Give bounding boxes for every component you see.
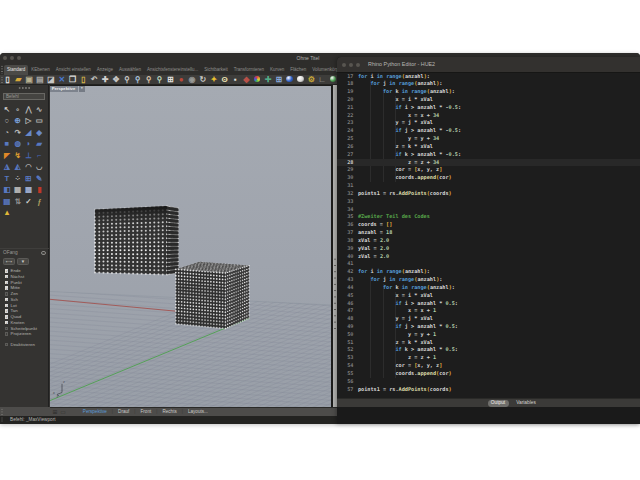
paste-icon[interactable]: ▯: [78, 75, 88, 85]
settings-gear-icon[interactable]: ⚙: [306, 75, 316, 85]
tool-arc-icon[interactable]: ▷: [23, 115, 34, 127]
tool-points-icon[interactable]: ⁘: [12, 173, 23, 185]
tool-point-icon[interactable]: ∘: [12, 104, 23, 116]
point-cube-2-left-face[interactable]: [175, 269, 225, 328]
tool-blend-icon[interactable]: ◠: [23, 161, 34, 173]
toolbar-tab[interactable]: Flächen: [287, 65, 309, 75]
new-document-icon[interactable]: ▯: [3, 75, 13, 85]
checkbox[interactable]: ✓: [5, 298, 9, 302]
code-line[interactable]: 36coords = []: [337, 221, 640, 229]
code-line[interactable]: 17for i in range(anzahl):: [337, 73, 640, 81]
code-line[interactable]: 39yVal = 2.0: [337, 245, 640, 253]
tool-patch-icon[interactable]: ▰: [34, 138, 45, 150]
toolbar-tab[interactable]: Ansicht einstellen: [53, 65, 94, 75]
variables-tab-button[interactable]: Variables: [513, 400, 539, 407]
lights-icon[interactable]: ✦: [209, 75, 219, 85]
tool-text-icon[interactable]: T: [2, 173, 13, 185]
tool-match-icon[interactable]: ◡: [34, 161, 45, 173]
checkbox[interactable]: ✓: [5, 281, 9, 285]
tool-box-icon[interactable]: ■: [2, 138, 13, 150]
layer-flag-icon[interactable]: ◆: [241, 75, 251, 85]
drag-icon[interactable]: ✥: [111, 75, 121, 85]
tool-circle-icon[interactable]: ○: [2, 115, 13, 127]
toolbar-drag-handle[interactable]: [1, 76, 3, 84]
code-line[interactable]: 45 x = i * xVal: [337, 292, 640, 300]
checkbox[interactable]: ✓: [5, 332, 9, 336]
code-line[interactable]: 34: [337, 206, 640, 214]
code-line[interactable]: 55 coords.append(cor): [337, 370, 640, 378]
tool-trim-icon[interactable]: ↯: [12, 150, 23, 162]
tool-polyline-icon[interactable]: ⋀: [23, 104, 34, 116]
code-line[interactable]: 24 if j > anzahl * -0.5:: [337, 127, 640, 135]
tool-offset-icon[interactable]: ⌐: [34, 150, 45, 162]
code-line[interactable]: 54 cor = [x, y, z]: [337, 362, 640, 370]
viewport-menu-dropdown[interactable]: ▼: [79, 86, 86, 92]
osnap-filter-button[interactable]: ⟷: [3, 258, 15, 265]
tool-split-icon[interactable]: ◭: [12, 161, 23, 173]
save-icon[interactable]: ▣: [24, 75, 34, 85]
checkbox[interactable]: ✓: [5, 292, 9, 296]
zoom-window-icon[interactable]: ⚲: [133, 75, 143, 85]
code-line[interactable]: 38xVal = 2.0: [337, 237, 640, 245]
export-icon[interactable]: ◪: [46, 75, 56, 85]
code-line[interactable]: 40zVal = 2.0: [337, 253, 640, 261]
toolbar-tab[interactable]: Kurven: [267, 65, 287, 75]
editor-zoom-button[interactable]: [356, 63, 360, 67]
code-line[interactable]: 53 z = z + 1: [337, 354, 640, 362]
checkbox[interactable]: ✓: [5, 304, 9, 308]
checkbox[interactable]: ✓: [5, 309, 9, 313]
code-line[interactable]: 56: [337, 378, 640, 386]
tool-extend-icon[interactable]: ⊥: [23, 150, 34, 162]
code-line[interactable]: 27 if k > anzahl * -0.5:: [337, 151, 640, 159]
tool-sphere-icon[interactable]: ◍: [12, 138, 23, 150]
code-line[interactable]: 18 for j in range(anzahl):: [337, 80, 640, 88]
viewport-tab-layouts[interactable]: Layouts...: [183, 409, 213, 414]
perspective-viewport[interactable]: zxy Perspektive ▼: [50, 85, 331, 408]
tool-cone-icon[interactable]: ▲: [2, 207, 13, 219]
tool-curve-icon[interactable]: ∿: [34, 104, 45, 116]
tool-arc2-icon[interactable]: ◔: [2, 127, 13, 139]
checkbox[interactable]: ✓: [5, 321, 9, 325]
code-line[interactable]: 33: [337, 198, 640, 206]
checkbox[interactable]: ✓: [5, 269, 9, 273]
code-line[interactable]: 43 for j in range(anzahl):: [337, 276, 640, 284]
checkbox[interactable]: ✓: [5, 275, 9, 279]
tool-fillet-icon[interactable]: ↷: [12, 127, 23, 139]
copy-icon[interactable]: ❐: [68, 75, 78, 85]
render-sphere-icon[interactable]: [286, 76, 292, 82]
point-cube-1-right-face[interactable]: [167, 206, 179, 275]
tool-function-icon[interactable]: ƒ: [34, 196, 45, 208]
checkbox[interactable]: ✓: [5, 327, 9, 331]
display-eye-icon[interactable]: ◉: [187, 75, 197, 85]
code-line[interactable]: 25 y = y + 34: [337, 135, 640, 143]
cut-icon[interactable]: ✕: [57, 75, 67, 85]
code-line[interactable]: 29 cor = [x, y, z]: [337, 166, 640, 174]
tool-rectangle-icon[interactable]: ▭: [34, 115, 45, 127]
tool-explode-icon[interactable]: ◤: [2, 150, 13, 162]
toolbar-tab[interactable]: Anzeige: [94, 65, 116, 75]
tool-pencil-icon[interactable]: ✎: [34, 173, 45, 185]
material-sphere-icon[interactable]: [330, 76, 336, 82]
bottom-drag-handle[interactable]: [1, 408, 3, 416]
editor-close-button[interactable]: [342, 63, 346, 67]
code-line[interactable]: 31: [337, 182, 640, 190]
viewport-tab-front[interactable]: Front: [136, 409, 157, 414]
code-line[interactable]: 28 z = z + 34: [337, 159, 640, 167]
zoom-button[interactable]: [17, 56, 21, 60]
gumball-icon[interactable]: ✛: [263, 75, 273, 85]
viewport-tab-drauf[interactable]: Drauf: [113, 409, 134, 414]
toolbar-tab[interactable]: Ansichtsfenstereinstellu...: [144, 65, 201, 75]
point-cube-2-right-face[interactable]: [225, 265, 249, 328]
tool-ellipse-icon[interactable]: ⊕: [12, 115, 23, 127]
code-line[interactable]: 42for i in range(anzahl):: [337, 268, 640, 276]
shaded-sphere-icon[interactable]: [297, 76, 303, 82]
code-line[interactable]: 51 z = k * xVal: [337, 339, 640, 347]
code-line[interactable]: 47 x = x + 1: [337, 307, 640, 315]
print-icon[interactable]: ▤: [35, 75, 45, 85]
zoom-selected-icon[interactable]: ⚲: [144, 75, 154, 85]
tool-rebuild-icon[interactable]: ◆: [34, 127, 45, 139]
shade-icon[interactable]: ●: [176, 75, 186, 85]
toolbar-tab[interactable]: Standard: [4, 65, 28, 75]
viewport-tab-perspektive[interactable]: Perspektive: [78, 409, 112, 414]
code-line[interactable]: 44 for k in range(anzahl):: [337, 284, 640, 292]
